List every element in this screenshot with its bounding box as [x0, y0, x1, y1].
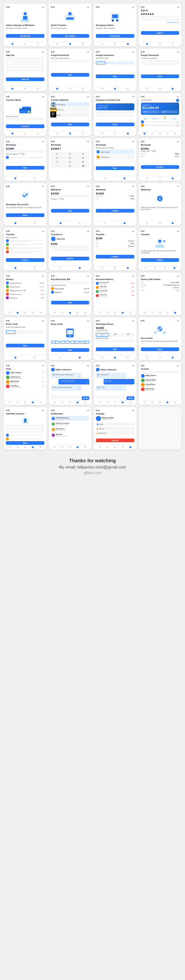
send-btn[interactable]: Send: [82, 396, 89, 400]
message-input[interactable]: [51, 396, 81, 399]
key-4[interactable]: 4: [51, 156, 64, 160]
confirm-btn[interactable]: Confirm: [96, 255, 134, 259]
done-btn[interactable]: Done: [141, 347, 179, 351]
key-1[interactable]: 1: [51, 152, 64, 156]
pkg-1[interactable]: $10: [96, 333, 109, 337]
code-box-2[interactable]: 7: [61, 341, 70, 344]
sign-up-btn[interactable]: Sign Up: [6, 77, 44, 81]
setting-security[interactable]: 🔒 Security ›: [96, 427, 134, 430]
submit-btn[interactable]: Submit: [141, 258, 179, 262]
method-item-3[interactable]: 🅿 PayPal: [51, 113, 90, 117]
get-started-btn[interactable]: Get Started: [6, 34, 44, 38]
key-del[interactable]: ⌫: [77, 164, 89, 168]
quick-action-send[interactable]: ↑Send: [141, 116, 150, 119]
add-photo-btn[interactable]: 👤: [21, 417, 29, 424]
next-btn[interactable]: Next: [6, 344, 44, 347]
key-9[interactable]: 9: [77, 160, 89, 164]
payment-item-4[interactable]: Phone BillJan 02, 2024 -$35: [96, 294, 134, 297]
contact-item-4[interactable]: Diana Prince+1 556 778 002: [141, 387, 179, 391]
key-2[interactable]: 2: [64, 152, 76, 156]
email-input[interactable]: [51, 60, 90, 62]
next-btn[interactable]: Next: [51, 348, 90, 352]
history-item-1[interactable]: Shopping Partner -$50.00: [6, 282, 44, 285]
next-btn[interactable]: Next: [6, 166, 44, 170]
contact-item-3[interactable]: Carlos Rivera+1 332 445 110: [141, 383, 179, 387]
done-btn[interactable]: Done: [6, 213, 44, 217]
next-btn[interactable]: Next: [51, 123, 90, 126]
history-item-4[interactable]: Transfer to friend -$100: [6, 293, 44, 296]
method-card[interactable]: Credit Card: [96, 155, 134, 159]
avatar[interactable]: [176, 99, 179, 102]
next-btn[interactable]: Next: [96, 166, 134, 170]
payment-bill[interactable]: [51, 282, 90, 284]
code-box-1[interactable]: [6, 330, 16, 334]
payment-item-1[interactable]: Electricity BillJan 10, 2024 -$120: [96, 282, 134, 285]
code-box-1[interactable]: 3: [51, 341, 60, 344]
get-started-btn[interactable]: Get Started: [51, 34, 90, 38]
code-box-2[interactable]: [16, 330, 25, 334]
cvv-input[interactable]: [115, 115, 134, 117]
name-input[interactable]: [6, 57, 44, 60]
key-3[interactable]: 3: [77, 152, 89, 156]
contact-item-2[interactable]: Barbara Smith+1 445 221 990: [141, 379, 179, 382]
phone-input[interactable]: [6, 69, 44, 72]
connect-btn[interactable]: Connect: [6, 124, 44, 128]
method-bank[interactable]: Bank Transfer: [96, 150, 134, 154]
code-box-4[interactable]: [36, 330, 44, 334]
next-btn[interactable]: Next: [96, 75, 134, 78]
notif-item-1[interactable]: Transfer ReceivedYou received $500 from …: [51, 416, 90, 421]
save-btn[interactable]: Save: [6, 441, 44, 445]
confirm-input[interactable]: [6, 66, 44, 68]
next-btn[interactable]: Next: [51, 73, 90, 77]
key-6[interactable]: 6: [77, 156, 89, 160]
contact-2[interactable]: [6, 243, 44, 246]
next-btn[interactable]: Next: [51, 209, 90, 213]
message-input-2[interactable]: [96, 396, 126, 399]
bill-item-1[interactable]: Electricity Bill $120.00: [51, 287, 90, 290]
confirm-btn[interactable]: Confirm: [96, 209, 134, 213]
search-contact[interactable]: [141, 371, 179, 373]
code-box-3[interactable]: 2: [70, 341, 79, 344]
email-input[interactable]: [6, 60, 44, 63]
password-input[interactable]: [6, 63, 44, 65]
key-7[interactable]: 7: [51, 160, 64, 164]
setting-notification[interactable]: 🔔 Notification ›: [96, 431, 134, 435]
chat-item-4[interactable]: Lisa WongCan you send money? 8:50: [6, 385, 44, 388]
new-password-input[interactable]: [141, 60, 179, 62]
contact-phone-input[interactable]: [6, 428, 44, 430]
amount-input[interactable]: [6, 150, 44, 153]
contact-3[interactable]: [6, 247, 44, 250]
confirm-btn[interactable]: Confirm: [141, 165, 179, 169]
contact-item-1[interactable]: Adam Johnson+1 225 037 882: [141, 374, 179, 378]
quick-action-receive[interactable]: ↓Receive: [150, 116, 160, 119]
history-item-3[interactable]: Shopping Electronic Bill -$120: [6, 289, 44, 292]
confirm-btn[interactable]: Confirm: [51, 257, 90, 260]
send-btn-2[interactable]: Send: [126, 396, 134, 400]
confirm-password-input[interactable]: [141, 63, 179, 65]
pkg-2[interactable]: $20: [109, 333, 122, 337]
contact-4[interactable]: [6, 250, 44, 253]
payment-item-2[interactable]: Water BillJan 08, 2024 -$45: [96, 286, 134, 289]
contact-name-input[interactable]: [6, 425, 44, 427]
get-started-btn[interactable]: Get Started: [96, 34, 134, 38]
quick-action-more[interactable]: ⋯More: [170, 116, 179, 119]
chat-item-1[interactable]: Adam JohnsonHello, how are you? 9:41: [6, 371, 44, 375]
account-input[interactable]: [51, 195, 90, 197]
forgot-link[interactable]: Forgot Password?: [141, 21, 179, 23]
chat-item-2[interactable]: Sarah ConnorThanks for the payment! 9:30: [6, 375, 44, 379]
key-8[interactable]: 8: [64, 160, 76, 164]
sign-in-btn[interactable]: Sign In: [141, 31, 179, 35]
chat-item-3[interactable]: Mike BrownSee you later! 9:15: [6, 380, 44, 384]
payment-item-3[interactable]: Internet BillJan 05, 2024 -$60: [96, 290, 134, 293]
contact-email-input[interactable]: [6, 431, 44, 433]
key-dot[interactable]: .: [51, 164, 64, 168]
bill-item-2[interactable]: Water Bill $45.00: [51, 291, 90, 294]
quick-action-pay[interactable]: 💳Pay: [160, 116, 169, 119]
next-btn[interactable]: Next: [51, 301, 90, 304]
next-btn[interactable]: Next: [141, 75, 179, 78]
password-input[interactable]: [141, 19, 179, 21]
code-box-3[interactable]: [26, 330, 35, 334]
method-item-2[interactable]: 💳 Credit Card: [51, 107, 90, 112]
confirm-btn[interactable]: Confirm: [6, 258, 44, 262]
history-item-2[interactable]: Monthly Salary +$2000: [6, 285, 44, 288]
